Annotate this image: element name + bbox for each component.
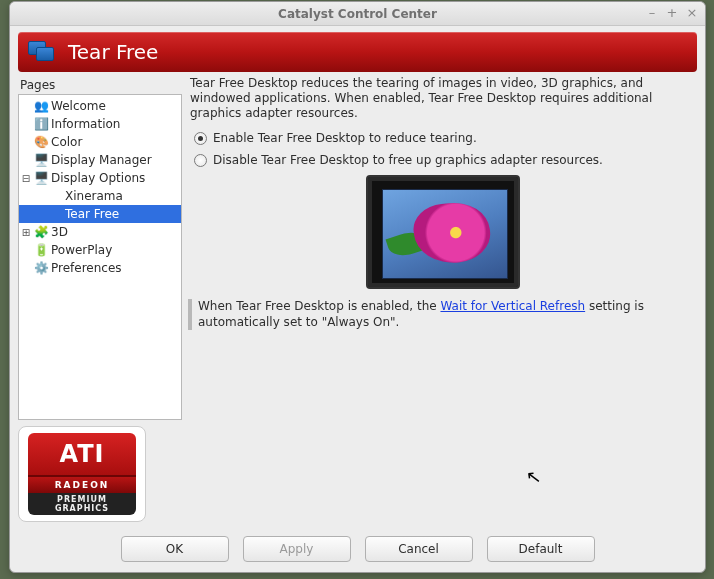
maximize-button[interactable]: + bbox=[665, 5, 679, 19]
sidebar-item-xinerama[interactable]: Xinerama bbox=[19, 187, 181, 205]
note-text: When Tear Free Desktop is enabled, the W… bbox=[198, 299, 691, 330]
sidebar-item-label: Welcome bbox=[51, 99, 106, 113]
sidebar-item-color[interactable]: 🎨Color bbox=[19, 133, 181, 151]
radio-enable-indicator bbox=[194, 132, 207, 145]
cancel-button[interactable]: Cancel bbox=[365, 536, 473, 562]
sidebar-item-display-options[interactable]: ⊟🖥️Display Options bbox=[19, 169, 181, 187]
sidebar-item-preferences[interactable]: ⚙️Preferences bbox=[19, 259, 181, 277]
sidebar-item-label: Display Manager bbox=[51, 153, 152, 167]
tree-item-icon: 🧩 bbox=[33, 224, 49, 240]
sidebar-item-information[interactable]: ℹ️Information bbox=[19, 115, 181, 133]
radio-enable-label: Enable Tear Free Desktop to reduce teari… bbox=[213, 131, 477, 145]
tree-item-icon: 🔋 bbox=[33, 242, 49, 258]
tree-item-icon: 🖥️ bbox=[33, 170, 49, 186]
radio-disable-indicator bbox=[194, 154, 207, 167]
logo-main: ATI bbox=[59, 440, 104, 468]
window-title: Catalyst Control Center bbox=[278, 7, 437, 21]
sidebar-item-label: Display Options bbox=[51, 171, 145, 185]
note-bar bbox=[188, 299, 192, 330]
logo-tag1: PREMIUM bbox=[57, 495, 107, 504]
tree-item-icon bbox=[47, 206, 63, 222]
ok-button[interactable]: OK bbox=[121, 536, 229, 562]
vertical-refresh-link[interactable]: Wait for Vertical Refresh bbox=[440, 299, 585, 313]
sidebar-item-powerplay[interactable]: 🔋PowerPlay bbox=[19, 241, 181, 259]
description-text: Tear Free Desktop reduces the tearing of… bbox=[188, 76, 697, 129]
tree-item-icon: 👥 bbox=[33, 98, 49, 114]
radio-disable[interactable]: Disable Tear Free Desktop to free up gra… bbox=[188, 151, 697, 173]
sidebar-item-3d[interactable]: ⊞🧩3D bbox=[19, 223, 181, 241]
tree-item-icon: 🖥️ bbox=[33, 152, 49, 168]
content-panel: Tear Free Desktop reduces the tearing of… bbox=[188, 76, 697, 522]
radio-disable-label: Disable Tear Free Desktop to free up gra… bbox=[213, 153, 603, 167]
titlebar[interactable]: Catalyst Control Center – + × bbox=[10, 2, 705, 26]
sidebar-item-label: Information bbox=[51, 117, 120, 131]
tree-item-icon: ⚙️ bbox=[33, 260, 49, 276]
sidebar: Pages 👥Welcomeℹ️Information🎨Color🖥️Displ… bbox=[18, 76, 182, 522]
sidebar-item-label: Xinerama bbox=[65, 189, 123, 203]
sidebar-label: Pages bbox=[18, 76, 182, 94]
radio-enable[interactable]: Enable Tear Free Desktop to reduce teari… bbox=[188, 129, 697, 151]
sidebar-item-label: Color bbox=[51, 135, 82, 149]
nav-tree[interactable]: 👥Welcomeℹ️Information🎨Color🖥️Display Man… bbox=[18, 94, 182, 420]
ati-logo: ATI RADEON PREMIUM GRAPHICS bbox=[18, 426, 146, 522]
close-button[interactable]: × bbox=[685, 5, 699, 19]
sidebar-item-label: Tear Free bbox=[65, 207, 119, 221]
sidebar-item-label: 3D bbox=[51, 225, 68, 239]
window-buttons: – + × bbox=[645, 5, 699, 19]
monitors-icon bbox=[28, 41, 56, 63]
page-title: Tear Free bbox=[68, 40, 158, 64]
logo-tag2: GRAPHICS bbox=[55, 504, 109, 513]
sidebar-item-tear-free[interactable]: Tear Free bbox=[19, 205, 181, 223]
window-frame: Catalyst Control Center – + × Tear Free … bbox=[9, 1, 706, 573]
tree-twisty-icon[interactable]: ⊟ bbox=[19, 173, 33, 184]
note: When Tear Free Desktop is enabled, the W… bbox=[188, 299, 697, 330]
logo-sub: RADEON bbox=[28, 477, 136, 493]
apply-button: Apply bbox=[243, 536, 351, 562]
tree-item-icon: ℹ️ bbox=[33, 116, 49, 132]
preview-image bbox=[366, 175, 520, 289]
tree-twisty-icon[interactable]: ⊞ bbox=[19, 227, 33, 238]
default-button[interactable]: Default bbox=[487, 536, 595, 562]
tree-item-icon: 🎨 bbox=[33, 134, 49, 150]
sidebar-item-display-manager[interactable]: 🖥️Display Manager bbox=[19, 151, 181, 169]
body: Pages 👥Welcomeℹ️Information🎨Color🖥️Displ… bbox=[18, 76, 697, 522]
minimize-button[interactable]: – bbox=[645, 5, 659, 19]
button-bar: OK Apply Cancel Default bbox=[10, 528, 705, 572]
header-banner: Tear Free bbox=[18, 32, 697, 72]
sidebar-item-welcome[interactable]: 👥Welcome bbox=[19, 97, 181, 115]
sidebar-item-label: PowerPlay bbox=[51, 243, 112, 257]
sidebar-item-label: Preferences bbox=[51, 261, 122, 275]
note-pre: When Tear Free Desktop is enabled, the bbox=[198, 299, 440, 313]
tree-item-icon bbox=[47, 188, 63, 204]
